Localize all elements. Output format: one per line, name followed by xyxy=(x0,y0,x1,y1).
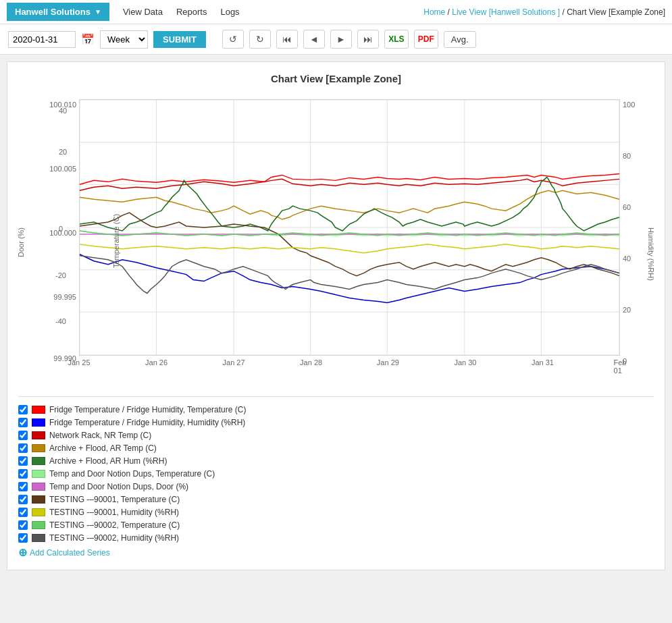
x-tick-jan30: Jan 30 xyxy=(454,358,476,367)
line-fridge-humidity xyxy=(80,254,619,303)
breadcrumb: Home / Live View [Hanwell Solutions ] / … xyxy=(423,7,665,17)
y-right-tick-60: 60 xyxy=(623,203,631,211)
chart-area xyxy=(79,99,620,356)
line-testing-90002-temp xyxy=(80,231,619,236)
breadcrumb-current: Chart View [Example Zone] xyxy=(567,7,665,17)
export-excel-button[interactable]: XLS xyxy=(384,30,409,49)
legend-label-9: TESTING -–90002, Temperature (C) xyxy=(49,520,180,530)
add-calculated-series[interactable]: ⊕ Add Calculated Series xyxy=(18,546,654,559)
legend-label-10: TESTING -–90002, Humidity (%RH) xyxy=(49,533,179,543)
refresh-button[interactable]: ↻ xyxy=(249,30,271,49)
legend-checkbox-2[interactable] xyxy=(18,431,28,440)
legend: Fridge Temperature / Fridge Humidity, Te… xyxy=(18,396,654,559)
y-left-tick-4: 99.995 xyxy=(53,293,76,301)
legend-label-7: TESTING -–90001, Temperature (C) xyxy=(49,495,180,504)
y-axis-right: Humidity (%RH) 100 80 60 40 20 0 xyxy=(620,99,654,356)
back-arrow-button[interactable]: ↺ xyxy=(222,30,244,49)
legend-label-2: Network Rack, NR Temp (C) xyxy=(49,431,151,440)
legend-checkbox-1[interactable] xyxy=(18,418,28,427)
legend-item: TESTING -–90002, Humidity (%RH) xyxy=(18,533,654,543)
toolbar: 📅 Week Day Month SUBMIT ↺ ↻ ⏮ ◄ ► ⏭ XLS … xyxy=(0,24,672,55)
legend-label-0: Fridge Temperature / Fridge Humidity, Te… xyxy=(49,405,246,414)
legend-color-7 xyxy=(32,495,45,504)
legend-label-8: TESTING -–90001, Humidity (%RH) xyxy=(49,508,179,517)
legend-color-1 xyxy=(32,418,45,427)
legend-items: Fridge Temperature / Fridge Humidity, Te… xyxy=(18,405,654,543)
legend-color-3 xyxy=(32,444,45,452)
breadcrumb-home[interactable]: Home xyxy=(423,7,445,17)
legend-color-0 xyxy=(32,406,45,414)
brand-dropdown-arrow: ▼ xyxy=(95,8,101,16)
avg-button[interactable]: Avg. xyxy=(444,31,476,48)
legend-checkbox-0[interactable] xyxy=(18,405,28,414)
export-pdf-button[interactable]: PDF xyxy=(414,30,438,49)
legend-item: Archive + Flood, AR Hum (%RH) xyxy=(18,456,654,466)
legend-checkbox-6[interactable] xyxy=(18,482,28,491)
legend-label-6: Temp and Door Notion Dups, Door (%) xyxy=(49,482,188,491)
prev-button[interactable]: ◄ xyxy=(303,30,325,49)
legend-item: Fridge Temperature / Fridge Humidity, Te… xyxy=(18,405,654,414)
legend-color-4 xyxy=(32,457,45,465)
y-left-tick-3: 100.000 xyxy=(49,229,76,237)
next-button[interactable]: ► xyxy=(330,30,352,49)
main-content: Chart View [Example Zone] Door (%) 100.0… xyxy=(7,61,665,570)
x-axis: Jan 25 Jan 26 Jan 27 Jan 28 Jan 29 Jan 3… xyxy=(79,356,620,389)
legend-checkbox-7[interactable] xyxy=(18,495,28,504)
legend-checkbox-4[interactable] xyxy=(18,456,28,466)
y-right-tick-80: 80 xyxy=(623,152,631,160)
temperature-axis-label: Temperature (C) xyxy=(112,214,120,268)
x-tick-jan31: Jan 31 xyxy=(532,358,554,367)
date-input[interactable] xyxy=(8,31,76,48)
legend-checkbox-5[interactable] xyxy=(18,469,28,479)
y-left-tick-2: 100.005 xyxy=(49,165,76,173)
legend-item: TESTING -–90001, Temperature (C) xyxy=(18,495,654,504)
x-tick-jan26: Jan 26 xyxy=(145,358,167,367)
brand-button[interactable]: Hanwell Solutions ▼ xyxy=(7,3,109,21)
first-button[interactable]: ⏮ xyxy=(276,30,298,49)
y-left-axis-label: Door (%) xyxy=(17,227,25,257)
line-testing-90002-humidity xyxy=(80,256,619,294)
nav-view-data[interactable]: View Data xyxy=(123,5,163,18)
legend-item: TESTING -–90001, Humidity (%RH) xyxy=(18,508,654,517)
line-archive-flood-temp xyxy=(80,190,619,219)
line-network-rack xyxy=(80,179,619,190)
breadcrumb-live-view[interactable]: Live View [Hanwell Solutions ] xyxy=(452,7,560,17)
nav-reports[interactable]: Reports xyxy=(176,5,207,18)
legend-item: Fridge Temperature / Fridge Humidity, Hu… xyxy=(18,418,654,427)
x-tick-jan29: Jan 29 xyxy=(377,358,399,367)
y-right-tick-40: 40 xyxy=(623,254,631,263)
last-button[interactable]: ⏭ xyxy=(357,30,379,49)
y-axis-left: Door (%) 100.010 100.005 100.000 99.995 … xyxy=(18,99,79,356)
line-testing-90001-temp xyxy=(80,213,619,276)
legend-color-8 xyxy=(32,508,45,516)
legend-item: Temp and Door Notion Dups, Temperature (… xyxy=(18,469,654,479)
submit-button[interactable]: SUBMIT xyxy=(153,31,206,48)
legend-item: Network Rack, NR Temp (C) xyxy=(18,431,654,440)
legend-item: Temp and Door Notion Dups, Door (%) xyxy=(18,482,654,491)
legend-label-3: Archive + Flood, AR Temp (C) xyxy=(49,443,157,453)
legend-color-2 xyxy=(32,431,45,439)
nav-logs[interactable]: Logs xyxy=(220,5,239,18)
legend-color-9 xyxy=(32,521,45,529)
main-nav: View Data Reports Logs xyxy=(123,5,240,18)
top-nav: Hanwell Solutions ▼ View Data Reports Lo… xyxy=(0,0,672,24)
x-tick-jan25: Jan 25 xyxy=(68,358,90,367)
legend-label-1: Fridge Temperature / Fridge Humidity, Hu… xyxy=(49,418,245,427)
brand-name: Hanwell Solutions xyxy=(15,7,91,17)
legend-color-10 xyxy=(32,534,45,542)
legend-color-6 xyxy=(32,483,45,491)
calendar-icon[interactable]: 📅 xyxy=(81,33,95,46)
line-testing-90001-humidity xyxy=(80,244,619,253)
period-select[interactable]: Week Day Month xyxy=(100,30,148,49)
legend-checkbox-3[interactable] xyxy=(18,443,28,453)
x-tick-jan27: Jan 27 xyxy=(223,358,245,367)
legend-label-4: Archive + Flood, AR Hum (%RH) xyxy=(49,456,167,466)
chart-wrapper: Door (%) 100.010 100.005 100.000 99.995 … xyxy=(18,92,654,389)
y-right-axis-label: Humidity (%RH) xyxy=(647,227,655,281)
y-right-tick-20: 20 xyxy=(623,306,631,314)
legend-checkbox-9[interactable] xyxy=(18,520,28,530)
legend-checkbox-10[interactable] xyxy=(18,533,28,543)
add-series-label[interactable]: Add Calculated Series xyxy=(30,548,110,558)
legend-checkbox-8[interactable] xyxy=(18,508,28,517)
line-archive-flood-hum xyxy=(80,177,619,231)
